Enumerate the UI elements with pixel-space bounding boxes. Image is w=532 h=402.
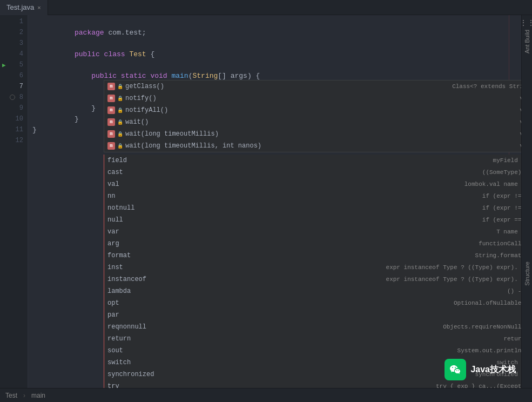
ac-postfix-arg[interactable]: arg functionCall(expr): [104, 238, 521, 250]
code-line-2: package com.test;: [32, 27, 521, 38]
ac-postfix-var[interactable]: var T name = expr: [104, 226, 521, 238]
ac-postfix-template: Objects.requireNonNull(expr): [174, 324, 521, 330]
ac-postfix-template: expr instanceof Type ? ((Type) expr). : …: [174, 276, 521, 283]
ac-postfix-keyword: reqnonnull: [107, 323, 172, 331]
code-close-brace-3: }: [32, 126, 37, 134]
ac-method-icon: m: [107, 106, 115, 114]
ac-postfix-template: (expr): [174, 312, 521, 318]
wechat-name: Java技术栈: [470, 364, 516, 376]
gutter-line-2: 2: [0, 27, 28, 38]
tab-close-button[interactable]: ×: [37, 4, 41, 11]
ac-postfix-keyword: sout: [107, 347, 172, 354]
ac-postfix-template: ((SomeType) expr): [174, 169, 521, 176]
ac-postfix-try[interactable]: try try { exp } ca...(Exception...: [104, 380, 521, 388]
ac-postfix-keyword: var: [107, 228, 172, 236]
ac-method-getclass[interactable]: m 🔒 getClass() Class<? extends String>: [104, 81, 521, 92]
fn-main: main: [171, 72, 188, 80]
ac-method-wait1[interactable]: m 🔒 wait(long timeoutMillis) void: [104, 128, 521, 140]
ac-postfix-opt[interactable]: opt Optional.ofNullable(expr): [104, 297, 521, 309]
type-string: String: [193, 72, 218, 80]
ac-postfix-template: try { exp } ca...(Exception...: [174, 383, 521, 388]
ac-postfix-template: T name = expr: [174, 229, 521, 235]
ac-postfix-instanceof[interactable]: instanceof expr instanceof Type ? ((Type…: [104, 273, 521, 285]
code-close-brace-1: }: [91, 104, 96, 112]
ac-return-type: void: [520, 107, 521, 113]
ac-postfix-val[interactable]: val lombok.val name = expr: [104, 178, 521, 190]
gutter-line-3: 3: [0, 38, 28, 49]
ac-postfix-inst[interactable]: inst expr instanceof Type ? ((Type) expr…: [104, 262, 521, 273]
ac-method-icon: m: [107, 142, 115, 150]
ac-postfix-keyword: switch: [107, 359, 172, 366]
ac-postfix-field[interactable]: field myField = expr: [104, 155, 521, 166]
code-close-brace-2: }: [75, 115, 79, 123]
ac-postfix-keyword: field: [107, 157, 172, 164]
ac-postfix-notnull[interactable]: notnull if (expr != null): [104, 202, 521, 214]
ac-postfix-template: if (expr != null): [174, 193, 521, 199]
ac-postfix-keyword: arg: [107, 240, 172, 247]
ac-postfix-template: expr instanceof Type ? ((Type) expr). : …: [174, 264, 521, 271]
gutter-line-7: 7: [0, 81, 28, 92]
kw-public-class: public class: [75, 50, 125, 58]
ac-postfix-template: String.format(expr): [174, 252, 521, 259]
ac-postfix-nn[interactable]: nn if (expr != null): [104, 190, 521, 202]
breakpoint-marker: [10, 95, 15, 100]
ac-return-type: void: [520, 131, 521, 137]
ac-postfix-par[interactable]: par (expr): [104, 309, 521, 321]
kw-package: package: [75, 29, 104, 37]
ac-method-icon: m: [107, 118, 115, 126]
ac-postfix-template: return expr: [174, 336, 521, 342]
run-arrow-icon[interactable]: ▶: [2, 62, 6, 69]
gutter-line-4: 4: [0, 49, 28, 59]
ac-lock-icon: 🔒: [117, 96, 123, 102]
tab-filename: Test.java: [6, 3, 34, 11]
code-line-4: public class Test {: [32, 49, 521, 59]
ac-postfix-null[interactable]: null if (expr == null): [104, 214, 521, 226]
autocomplete-methods-popup[interactable]: m 🔒 getClass() Class<? extends String> m…: [104, 80, 521, 152]
ac-postfix-format[interactable]: format String.format(expr): [104, 250, 521, 262]
code-params2: [] args) {: [218, 72, 260, 80]
ac-postfix-keyword: format: [107, 252, 172, 259]
ac-postfix-keyword: try: [107, 383, 172, 388]
ac-postfix-keyword: return: [107, 335, 172, 343]
ac-method-icon: m: [107, 130, 115, 138]
code-editor[interactable]: package com.test; public class Test { pu…: [28, 15, 521, 388]
ac-lock-icon: 🔒: [117, 143, 123, 149]
ac-postfix-template: if (expr != null): [174, 205, 521, 211]
file-tab[interactable]: Test.java ×: [0, 0, 48, 15]
ac-lock-icon: 🔒: [117, 108, 123, 113]
ac-postfix-cast[interactable]: cast ((SomeType) expr): [104, 166, 521, 178]
ac-postfix-return[interactable]: return return expr: [104, 333, 521, 345]
sidebar-handle-icon: ⋮⋮: [520, 18, 533, 28]
ac-postfix-lambda[interactable]: lambda () -> expr: [104, 285, 521, 297]
ac-method-icon: m: [107, 83, 115, 90]
ac-return-type: void: [520, 119, 521, 125]
ac-postfix-template: if (expr == null): [174, 217, 521, 223]
gutter: 1 2 3 4 ▶ 5 6 7 8 9 10 11 12: [0, 15, 28, 388]
ac-postfix-reqnonnull[interactable]: reqnonnull Objects.requireNonNull(expr): [104, 321, 521, 333]
code-line-5: [32, 59, 521, 70]
gutter-line-12: 12: [0, 135, 28, 146]
ac-method-wait0[interactable]: m 🔒 wait() void: [104, 116, 521, 128]
autocomplete-postfix-popup[interactable]: field myField = expr cast ((SomeType) ex…: [104, 155, 521, 388]
ac-method-name: notify(): [125, 95, 518, 102]
ac-method-notify[interactable]: m 🔒 notify() void: [104, 92, 521, 104]
code-line-1: [32, 16, 521, 27]
ac-postfix-template: myField = expr: [174, 157, 521, 164]
ac-postfix-keyword: val: [107, 180, 172, 188]
ac-postfix-template: lombok.val name = expr: [174, 181, 521, 187]
editor-container: 1 2 3 4 ▶ 5 6 7 8 9 10 11 12 package com…: [0, 15, 532, 388]
code-line-3: [32, 38, 521, 49]
ant-build-label[interactable]: Ant Build: [524, 30, 530, 53]
ac-method-icon: m: [107, 95, 115, 102]
gutter-line-6: 6: [0, 70, 28, 81]
gutter-line-5: ▶ 5: [0, 59, 28, 70]
gutter-line-9: 9: [0, 103, 28, 113]
ac-postfix-sout[interactable]: sout System.out.println(expr): [104, 345, 521, 357]
ac-method-name: wait(long timeoutMillis): [125, 130, 518, 138]
structure-label[interactable]: Structure: [524, 262, 530, 286]
ac-method-notifyall[interactable]: m 🔒 notifyAll() void: [104, 104, 521, 116]
ac-postfix-template: functionCall(expr): [174, 240, 521, 247]
ac-return-type: Class<? extends String>: [452, 83, 521, 90]
ac-postfix-keyword: inst: [107, 264, 172, 271]
ac-method-wait2[interactable]: m 🔒 wait(long timeoutMillis, int nanos) …: [104, 140, 521, 152]
